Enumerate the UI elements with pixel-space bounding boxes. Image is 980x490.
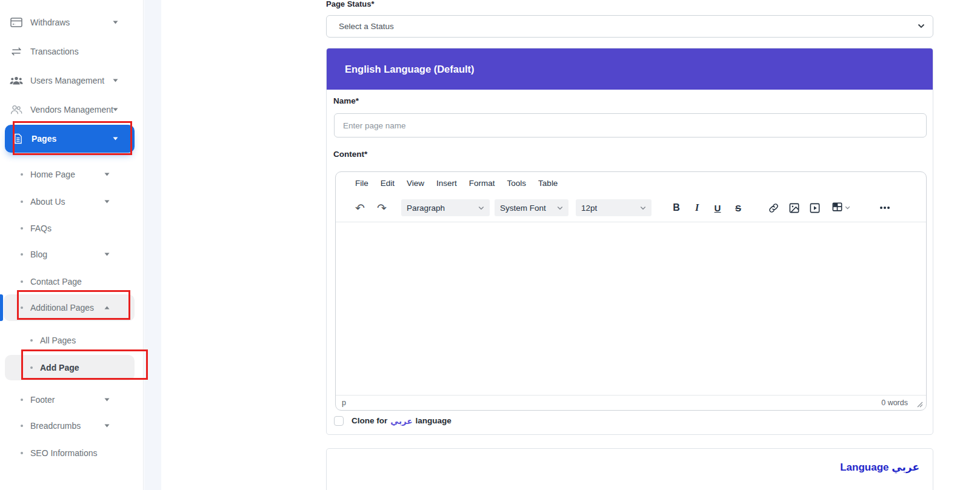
- menu-table[interactable]: Table: [532, 176, 564, 191]
- sidebar-item-label: Home Page: [30, 170, 75, 179]
- rich-text-editor: File Edit View Insert Format Tools Table…: [335, 171, 927, 411]
- english-language-card: English Language (Default) Name* Content…: [326, 48, 933, 435]
- sidebar-item-blog[interactable]: Blog: [0, 244, 139, 265]
- sidebar-item-additional-pages[interactable]: Additional Pages: [4, 294, 135, 321]
- chevron-down-icon: [113, 79, 118, 82]
- insert-table-button[interactable]: [825, 199, 856, 216]
- editor-content-area[interactable]: [336, 222, 926, 395]
- menu-view[interactable]: View: [401, 176, 430, 191]
- sidebar-item-label: All Pages: [40, 336, 76, 345]
- underline-icon[interactable]: U: [707, 199, 728, 216]
- editor-menubar: File Edit View Insert Format Tools Table: [336, 172, 926, 194]
- menu-tools[interactable]: Tools: [501, 176, 533, 191]
- sidebar-item-label: Additional Pages: [30, 303, 94, 313]
- content-label: Content*: [333, 150, 367, 159]
- sidebar-item-vendors-management[interactable]: Vendors Management: [0, 99, 139, 120]
- element-path[interactable]: p: [342, 399, 346, 407]
- sidebar-item-transactions[interactable]: Transactions: [0, 41, 139, 62]
- bold-icon[interactable]: B: [666, 199, 687, 216]
- undo-icon[interactable]: ↶: [352, 199, 368, 216]
- bullet-icon: [30, 366, 33, 369]
- bullet-icon: [21, 280, 23, 283]
- sidebar-item-label: Footer: [30, 395, 55, 405]
- bullet-icon: [21, 227, 23, 230]
- font-size-select[interactable]: 12pt: [576, 199, 652, 216]
- sidebar-item-label: Contact Page: [30, 277, 82, 286]
- english-language-header: English Language (Default): [327, 48, 933, 90]
- page-name-input[interactable]: [334, 113, 927, 137]
- sidebar: Withdraws Transactions Users Management …: [0, 0, 144, 490]
- chevron-down-icon: [845, 206, 850, 210]
- sidebar-item-label: Breadcrumbs: [30, 421, 81, 431]
- font-family-select[interactable]: System Font: [495, 199, 568, 216]
- block-format-select[interactable]: Paragraph: [401, 199, 490, 216]
- transactions-icon: [10, 47, 23, 56]
- sidebar-item-label: SEO Informations: [30, 448, 98, 458]
- insert-media-icon[interactable]: [804, 199, 825, 216]
- arabic-language-header: Language عربي: [840, 461, 919, 474]
- chevron-down-icon: [113, 137, 118, 141]
- sidebar-item-add-page[interactable]: Add Page: [5, 355, 135, 380]
- active-submenu-indicator: [0, 294, 3, 321]
- bullet-icon: [30, 339, 33, 342]
- bullet-icon: [21, 306, 23, 309]
- sidebar-item-seo-informations[interactable]: SEO Informations: [0, 443, 139, 463]
- sidebar-item-label: FAQs: [30, 223, 52, 233]
- menu-edit[interactable]: Edit: [375, 176, 401, 191]
- sidebar-item-label: Vendors Management: [30, 105, 113, 114]
- redo-icon[interactable]: ↷: [373, 199, 390, 216]
- chevron-down-icon: [104, 200, 110, 204]
- sidebar-item-breadcrumbs[interactable]: Breadcrumbs: [0, 416, 139, 436]
- bullet-icon: [21, 173, 23, 176]
- chevron-down-icon: [104, 398, 110, 402]
- page-status-label: Page Status*: [326, 0, 374, 8]
- resize-handle-icon[interactable]: [917, 402, 923, 408]
- bullet-icon: [21, 452, 23, 454]
- italic-icon[interactable]: I: [687, 199, 707, 216]
- insert-image-icon[interactable]: [784, 199, 804, 216]
- sidebar-item-all-pages[interactable]: All Pages: [0, 330, 139, 351]
- name-label: Name*: [333, 96, 359, 105]
- clone-for-arabic-row: Clone for عربي language: [334, 412, 452, 430]
- word-count: 0 words: [881, 399, 908, 407]
- chevron-down-icon: [104, 253, 110, 256]
- bullet-icon: [21, 399, 23, 401]
- sidebar-item-footer[interactable]: Footer: [0, 389, 139, 410]
- sidebar-item-label: Transactions: [30, 47, 79, 56]
- sidebar-item-label: Pages: [32, 134, 56, 144]
- clone-checkbox[interactable]: [334, 416, 344, 426]
- sidebar-item-home-page[interactable]: Home Page: [0, 164, 139, 185]
- menu-file[interactable]: File: [349, 176, 375, 191]
- sidebar-item-users-management[interactable]: Users Management: [0, 70, 139, 91]
- link-icon[interactable]: [763, 199, 784, 216]
- users-icon: [10, 76, 23, 85]
- menu-format[interactable]: Format: [463, 176, 501, 191]
- sidebar-scroll-gutter: [144, 0, 161, 490]
- chevron-down-icon: [104, 424, 110, 428]
- menu-insert[interactable]: Insert: [430, 176, 463, 191]
- app-screen: Withdraws Transactions Users Management …: [0, 0, 980, 490]
- sidebar-item-about-us[interactable]: About Us: [0, 191, 139, 212]
- sidebar-item-faqs[interactable]: FAQs: [0, 218, 139, 239]
- chevron-up-icon: [104, 306, 110, 310]
- page-status-selected-value: Select a Status: [339, 22, 394, 31]
- sidebar-item-contact-page[interactable]: Contact Page: [0, 271, 139, 292]
- chevron-down-icon: [918, 24, 925, 28]
- strikethrough-icon[interactable]: S: [728, 199, 748, 216]
- page-status-select[interactable]: Select a Status: [326, 15, 933, 38]
- editor-toolbar: ↶ ↷ Paragraph System Font 12pt B I U S: [336, 194, 926, 222]
- vendors-icon: [10, 105, 23, 114]
- credit-card-icon: [10, 18, 23, 27]
- more-options-icon[interactable]: [875, 199, 895, 216]
- sidebar-item-pages[interactable]: Pages: [5, 125, 135, 153]
- bullet-icon: [21, 200, 23, 203]
- bullet-icon: [21, 425, 23, 427]
- sidebar-item-label: Withdraws: [30, 18, 70, 27]
- sidebar-item-label: About Us: [30, 197, 65, 207]
- chevron-down-icon: [113, 108, 118, 111]
- clone-label: Clone for عربي language: [352, 416, 452, 426]
- sidebar-item-label: Blog: [30, 250, 47, 259]
- table-icon: [832, 201, 843, 215]
- chevron-down-icon: [104, 173, 110, 176]
- sidebar-item-withdraws[interactable]: Withdraws: [0, 12, 139, 33]
